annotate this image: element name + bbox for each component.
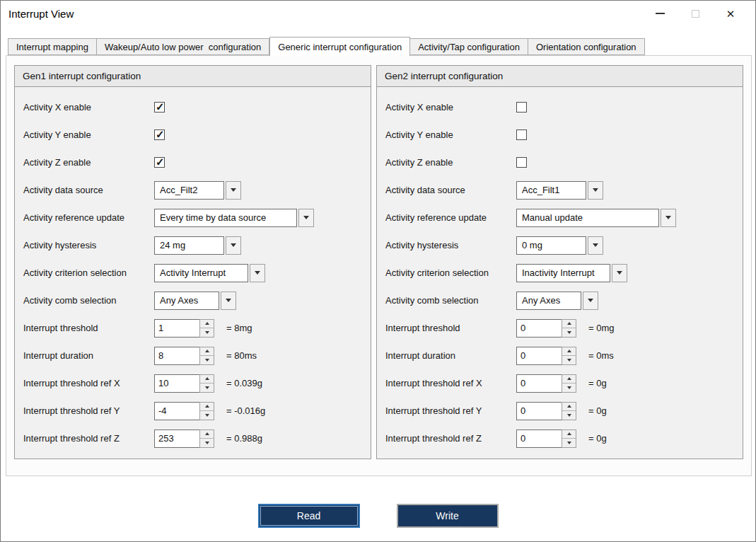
tab-orientation-configuration[interactable]: Orientation configuration xyxy=(528,38,645,55)
dropdown-arrow-button[interactable] xyxy=(661,209,676,227)
gen1-activity-z-checkbox[interactable] xyxy=(154,157,165,168)
write-button[interactable]: Write xyxy=(397,504,499,528)
spin-down-button[interactable] xyxy=(200,383,214,392)
spinner-label: Interrupt threshold ref Y xyxy=(23,405,154,416)
gen2-activity-x-checkbox[interactable] xyxy=(516,102,527,113)
dropdown-arrow-button[interactable] xyxy=(226,236,241,255)
spinner-input[interactable] xyxy=(516,429,562,448)
spinner-input[interactable] xyxy=(516,319,562,338)
row-gen2-activity-x-enable: Activity X enable xyxy=(377,93,743,121)
gen1-activity-hysteresis-combo: 24 mg xyxy=(154,236,241,255)
spin-up-button[interactable] xyxy=(200,430,214,439)
interrupt-view-window: Interrupt View ✕ Interrupt mapping Wakeu… xyxy=(0,0,756,542)
tab-interrupt-mapping[interactable]: Interrupt mapping xyxy=(8,38,97,55)
maximize-button[interactable] xyxy=(678,1,713,26)
spin-up-button[interactable] xyxy=(562,375,576,384)
gen2-activity-z-checkbox[interactable] xyxy=(516,157,527,168)
spin-down-button[interactable] xyxy=(562,328,576,337)
dropdown-arrow-button[interactable] xyxy=(226,181,241,200)
row-gen1-activity-criterion-selection: Activity criterion selection Activity In… xyxy=(15,259,371,287)
combo-value[interactable]: Acc_Filt2 xyxy=(154,181,224,200)
spin-down-button[interactable] xyxy=(200,438,214,447)
spinner-input[interactable] xyxy=(154,402,199,420)
spin-up-button[interactable] xyxy=(200,347,214,356)
arrow-down-icon xyxy=(205,386,209,389)
combo-value[interactable]: 0 mg xyxy=(516,236,586,255)
converted-value: = 0ms xyxy=(588,350,614,361)
spinner-label: Interrupt threshold ref X xyxy=(23,378,154,388)
spin-down-button[interactable] xyxy=(200,328,214,337)
arrow-up-icon xyxy=(205,377,209,380)
spinner-input[interactable] xyxy=(154,347,199,365)
spin-up-button[interactable] xyxy=(200,403,214,411)
row-gen2-activity-data-source: Activity data source Acc_Filt1 xyxy=(377,176,743,204)
gen1-activity-y-checkbox[interactable] xyxy=(154,129,165,140)
gen2-activity-criterion-selection-combo: Inactivity Interrupt xyxy=(516,264,627,282)
combo-value[interactable]: Every time by data source xyxy=(154,209,297,227)
combo-value[interactable]: 24 mg xyxy=(154,236,224,255)
combo-label: Activity hysteresis xyxy=(23,240,154,250)
spinner-input[interactable] xyxy=(516,347,562,365)
tab-wakeup-auto-low-power[interactable]: Wakeup/Auto low power configuration xyxy=(97,38,269,55)
row-gen1-activity-x-enable: Activity X enable xyxy=(15,93,371,121)
spinner-input[interactable] xyxy=(154,429,199,448)
read-button[interactable]: Read xyxy=(258,504,360,528)
spinner-buttons xyxy=(562,347,576,365)
spinner-label: Interrupt threshold ref X xyxy=(385,378,516,388)
spin-down-button[interactable] xyxy=(562,438,576,447)
spinner-buttons xyxy=(562,402,576,420)
row-gen1-activity-data-source: Activity data source Acc_Filt2 xyxy=(15,176,371,204)
gen1-activity-x-checkbox[interactable] xyxy=(154,102,165,113)
spinner-buttons xyxy=(562,374,576,393)
spinner-label: Interrupt duration xyxy=(385,350,516,361)
spin-down-button[interactable] xyxy=(562,410,576,420)
spin-down-button[interactable] xyxy=(562,355,576,364)
arrow-down-icon xyxy=(205,359,209,362)
gen2-group-content: Activity X enable Activity Y enable Acti… xyxy=(377,87,743,459)
dropdown-arrow-button[interactable] xyxy=(588,236,603,255)
combo-value[interactable]: Any Axes xyxy=(516,292,581,310)
spin-up-button[interactable] xyxy=(562,430,576,439)
dropdown-arrow-button[interactable] xyxy=(221,292,236,310)
row-gen1-activity-y-enable: Activity Y enable xyxy=(15,121,371,149)
tab-generic-interrupt-configuration[interactable]: Generic interrupt configuration xyxy=(269,37,410,56)
minimize-icon xyxy=(656,13,665,14)
gen2-activity-reference-update-combo: Manual update xyxy=(516,209,676,227)
converted-value: = 0.039g xyxy=(226,378,262,388)
spinner-input[interactable] xyxy=(154,319,199,338)
maximize-icon xyxy=(692,10,699,18)
spin-up-button[interactable] xyxy=(562,347,576,356)
spin-up-button[interactable] xyxy=(562,320,576,328)
checkbox-label: Activity Y enable xyxy=(385,129,516,140)
combo-value[interactable]: Manual update xyxy=(516,209,659,227)
spin-down-button[interactable] xyxy=(200,410,214,420)
minimize-button[interactable] xyxy=(642,1,678,26)
combo-value[interactable]: Acc_Filt1 xyxy=(516,181,586,200)
spin-down-button[interactable] xyxy=(562,383,576,392)
dropdown-arrow-button[interactable] xyxy=(612,264,627,282)
combo-value[interactable]: Inactivity Interrupt xyxy=(516,264,610,282)
spinner-input[interactable] xyxy=(516,402,562,420)
spinner-input[interactable] xyxy=(154,374,199,393)
arrow-down-icon xyxy=(567,414,571,417)
row-gen1-interrupt-duration: Interrupt duration = 80ms xyxy=(15,342,371,369)
spinner-input[interactable] xyxy=(516,374,562,393)
dropdown-arrow-button[interactable] xyxy=(250,264,265,282)
row-gen2-interrupt-threshold-ref-x: Interrupt threshold ref X = 0g xyxy=(377,369,743,397)
gen2-activity-y-checkbox[interactable] xyxy=(516,129,527,140)
spin-up-button[interactable] xyxy=(562,403,576,411)
row-gen2-activity-y-enable: Activity Y enable xyxy=(377,121,743,149)
dropdown-arrow-button[interactable] xyxy=(583,292,598,310)
close-button[interactable]: ✕ xyxy=(713,1,748,26)
dropdown-arrow-button[interactable] xyxy=(298,209,314,227)
spin-up-button[interactable] xyxy=(200,320,214,328)
combo-value[interactable]: Any Axes xyxy=(154,292,219,310)
combo-value[interactable]: Activity Interrupt xyxy=(154,264,248,282)
tab-activity-tap-configuration[interactable]: Activity/Tap configuration xyxy=(410,38,528,55)
checkbox-label: Activity Y enable xyxy=(23,129,154,140)
spin-up-button[interactable] xyxy=(200,375,214,384)
spinner-buttons xyxy=(199,374,214,393)
row-gen2-activity-hysteresis: Activity hysteresis 0 mg xyxy=(377,231,743,259)
spin-down-button[interactable] xyxy=(200,355,214,364)
dropdown-arrow-button[interactable] xyxy=(588,181,603,200)
